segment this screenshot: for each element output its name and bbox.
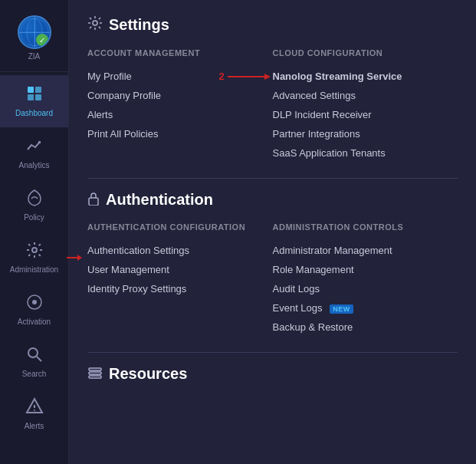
settings-gear-icon [87,15,103,35]
resources-title: Resources [87,365,458,383]
auth-settings-link[interactable]: Authentication Settings [87,241,273,260]
svg-point-17 [93,21,97,25]
audit-logs-link[interactable]: Audit Logs [273,279,458,298]
alerts-link[interactable]: Alerts [87,105,273,124]
nanolog-link[interactable]: Nanolog Streaming Service [273,67,402,86]
authentication-title: 1 Authentication [87,191,458,209]
event-logs-link[interactable]: Event Logs NEW [273,298,458,318]
advanced-settings-link[interactable]: Advanced Settings [273,86,458,105]
sidebar-item-policy[interactable]: Policy [0,179,68,232]
alerts-label: Alerts [25,422,44,431]
resources-section: Resources [87,365,458,383]
analytics-label: Analytics [18,161,49,170]
administration-arrow-icon [67,252,82,263]
svg-rect-21 [89,368,101,370]
svg-marker-10 [77,255,82,261]
resources-label: Resources [109,365,187,383]
admin-controls-column: ADMINISTRATION CONTROLS Administrator Ma… [273,222,458,337]
dashboard-icon [25,84,44,106]
lock-icon [87,192,100,209]
dashboard-label: Dashboard [15,109,53,118]
settings-section: Settings ACCOUNT MANAGEMENT My Profile C… [87,15,458,163]
administration-icon [25,241,44,262]
identity-proxy-link[interactable]: Identity Proxy Settings [87,279,273,298]
svg-point-16 [34,410,35,411]
section-divider-1 [87,178,458,179]
auth-config-header: AUTHENTICATION CONFIGURATION [87,222,273,232]
dlp-incident-link[interactable]: DLP Incident Receiver [273,105,458,124]
administration-label: Administration [10,265,58,275]
search-label: Search [22,370,47,379]
auth-config-column: AUTHENTICATION CONFIGURATION Authenticat… [87,222,273,337]
zia-check-icon: ✓ [36,34,48,46]
svg-rect-23 [89,376,101,378]
partner-integrations-link[interactable]: Partner Integrations [273,124,458,143]
zia-logo-area: ✓ ZIA [0,8,68,72]
activation-icon [25,293,44,314]
svg-marker-19 [264,74,271,80]
authentication-label: Authentication [106,191,213,209]
svg-rect-20 [89,198,98,206]
main-content: Settings ACCOUNT MANAGEMENT My Profile C… [69,0,476,464]
settings-label: Settings [109,16,169,34]
cloud-configuration-column: CLOUD CONFIGURATION 2 Nanolog Streaming … [273,48,458,163]
analytics-icon [25,137,44,158]
policy-label: Policy [24,213,44,222]
account-management-column: ACCOUNT MANAGEMENT My Profile Company Pr… [87,48,273,163]
cloud-configuration-header: CLOUD CONFIGURATION [273,48,458,58]
zia-label: ZIA [28,52,41,61]
backup-restore-link[interactable]: Backup & Restore [273,318,458,337]
svg-rect-6 [28,94,34,100]
svg-rect-22 [89,372,101,374]
admin-controls-header: ADMINISTRATION CONTROLS [273,222,458,232]
alerts-icon [25,397,44,419]
settings-title: Settings [87,15,458,35]
activation-label: Activation [18,318,51,327]
svg-point-8 [32,248,37,252]
role-management-link[interactable]: Role Management [273,260,458,279]
annotation-number-2: 2 [219,71,225,82]
sidebar-item-administration[interactable]: Administration [0,232,68,284]
zia-globe-icon: ✓ [18,15,51,49]
sidebar-item-dashboard[interactable]: Dashboard [0,75,68,127]
sidebar-item-search[interactable]: Search [0,336,68,388]
authentication-columns: AUTHENTICATION CONFIGURATION Authenticat… [87,222,458,337]
svg-point-12 [32,300,37,304]
sidebar-item-analytics[interactable]: Analytics [0,127,68,179]
new-badge: NEW [330,304,353,314]
section-divider-2 [87,352,458,353]
saas-tenants-link[interactable]: SaaS Application Tenants [273,143,458,163]
svg-rect-5 [35,87,41,93]
user-management-link[interactable]: User Management [87,260,273,279]
event-logs-text: Event Logs [273,302,323,314]
admin-management-link[interactable]: Administrator Management [273,241,458,260]
resources-stack-icon [87,365,103,383]
sidebar-item-activation[interactable]: Activation [0,284,68,336]
annotation-arrow-2-icon [228,71,271,82]
settings-columns: ACCOUNT MANAGEMENT My Profile Company Pr… [87,48,458,163]
account-management-header: ACCOUNT MANAGEMENT [87,48,273,58]
print-policies-link[interactable]: Print All Policies [87,124,273,143]
sidebar: ✓ ZIA Dashboard Analytics [0,0,69,464]
svg-rect-7 [35,94,41,100]
annotation-2: 2 [219,71,271,82]
search-icon [25,345,44,367]
company-profile-link[interactable]: Company Profile [87,86,273,105]
sidebar-item-alerts[interactable]: Alerts [0,388,68,440]
policy-icon [25,189,44,210]
authentication-section: 1 Authentication AUTHENTICATION CONFIGUR… [87,191,458,337]
nanolog-row: 2 Nanolog Streaming Service [273,67,458,86]
svg-point-13 [28,348,38,357]
svg-rect-4 [28,87,34,93]
svg-line-14 [37,357,41,361]
